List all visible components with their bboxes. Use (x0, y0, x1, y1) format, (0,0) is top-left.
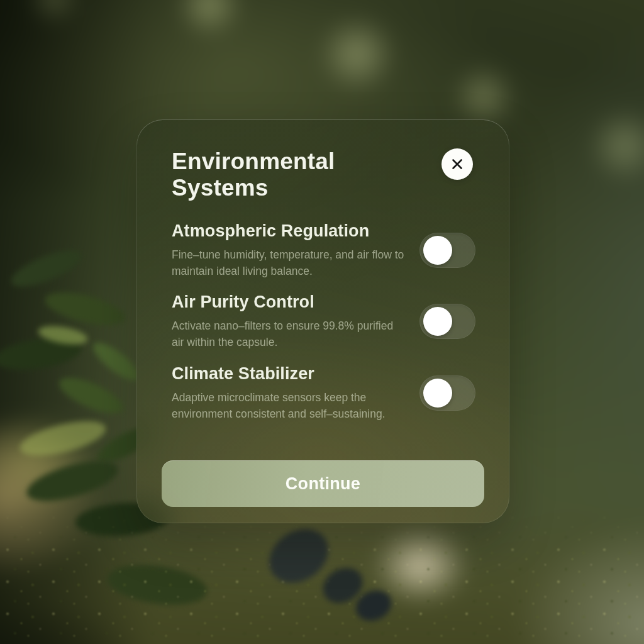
setting-label: Air Purity Control (172, 292, 408, 312)
setting-description: Fine–tune humidity, temperature, and air… (172, 247, 408, 280)
setting-row-atmospheric-regulation: Atmospheric Regulation Fine–tune humidit… (172, 221, 475, 280)
setting-row-air-purity-control: Air Purity Control Activate nano–filters… (172, 292, 475, 351)
modal-header: Environmental Systems (162, 148, 484, 201)
toggle-knob (423, 307, 452, 336)
toggle-climate-stabilizer[interactable] (419, 375, 475, 411)
scene: Environmental Systems Atmospheric Regula… (0, 0, 644, 644)
setting-label: Climate Stabilizer (172, 364, 408, 384)
close-icon (450, 157, 464, 171)
setting-text: Atmospheric Regulation Fine–tune humidit… (172, 221, 408, 280)
modal-title: Environmental Systems (172, 148, 379, 201)
continue-button[interactable]: Continue (162, 460, 484, 507)
setting-row-climate-stabilizer: Climate Stabilizer Adaptive microclimate… (172, 364, 475, 423)
environmental-systems-modal: Environmental Systems Atmospheric Regula… (136, 119, 509, 523)
close-button[interactable] (441, 148, 473, 180)
toggle-atmospheric-regulation[interactable] (419, 233, 475, 268)
toggle-air-purity-control[interactable] (419, 304, 475, 339)
toggle-knob (423, 236, 452, 265)
setting-description: Activate nano–filters to ensure 99.8% pu… (172, 318, 408, 351)
settings-list: Atmospheric Regulation Fine–tune humidit… (162, 221, 484, 436)
setting-description: Adaptive microclimate sensors keep the e… (172, 389, 408, 423)
toggle-knob (423, 379, 452, 408)
setting-label: Atmospheric Regulation (172, 221, 408, 241)
moss-ground-texture (0, 512, 644, 644)
setting-text: Air Purity Control Activate nano–filters… (172, 292, 408, 351)
setting-text: Climate Stabilizer Adaptive microclimate… (172, 364, 408, 423)
